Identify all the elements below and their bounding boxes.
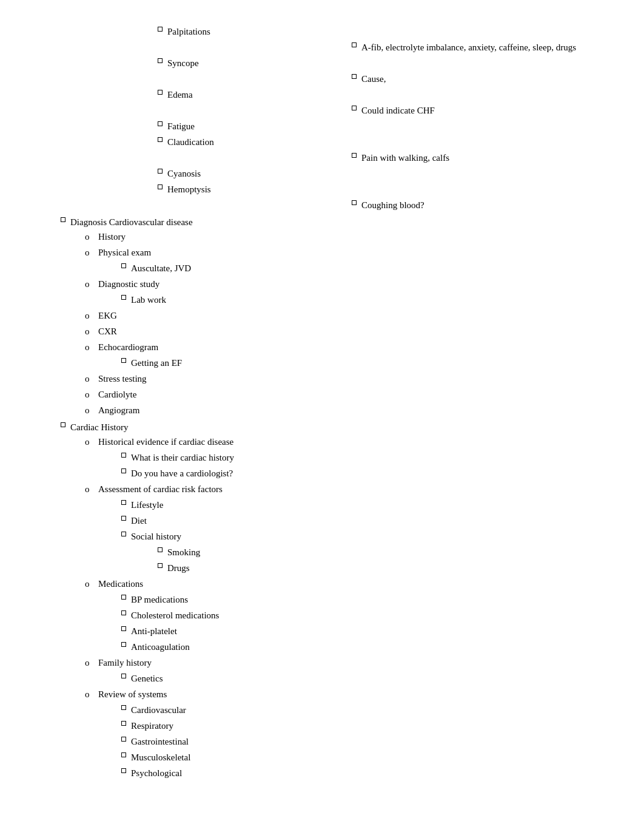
list-item: Cholesterol medications (121, 608, 608, 623)
bullet-icon (158, 137, 163, 142)
bullet-icon (61, 217, 65, 222)
item-text: Smoking (167, 545, 200, 559)
list-item: o Echocardiogram (85, 340, 608, 354)
list-item: o History (85, 229, 608, 244)
item-text: Anti-platelet (131, 624, 177, 638)
list-item: Syncope (158, 56, 608, 70)
bullet-icon (121, 500, 126, 505)
list-item: Could indicate CHF (158, 103, 608, 118)
list-item: Drugs (158, 561, 608, 575)
bullet-icon (352, 42, 357, 47)
bullet-icon (121, 263, 126, 268)
item-text: Cyanosis (167, 166, 201, 181)
item-text: Hemoptysis (167, 182, 211, 197)
o-bullet: o (85, 245, 98, 260)
item-text: Syncope (167, 56, 199, 70)
list-item: Diet (121, 513, 608, 528)
item-text: Assessment of cardiac risk factors (98, 482, 223, 496)
bullet-icon (121, 532, 126, 536)
sub-items: Getting an EF (85, 356, 608, 370)
list-item: Coughing blood? (158, 198, 608, 212)
list-item: Genetics (121, 671, 608, 686)
continuation-section: Palpitations A-fib, electrolyte imbalanc… (36, 24, 608, 212)
bullet-icon (158, 169, 163, 174)
list-item: Claudication (158, 135, 608, 149)
list-item: Smoking (158, 545, 608, 559)
list-item: o CXR (85, 324, 608, 339)
item-text: Cardiovascular (131, 703, 186, 717)
item-text: Auscultate, JVD (131, 261, 191, 276)
sub-items: Auscultate, JVD (85, 261, 608, 276)
list-item: Fatigue (158, 119, 608, 134)
bullet-icon (121, 358, 126, 363)
item-text: Diet (131, 513, 147, 528)
sub-items: Cardiovascular Respiratory Gastrointesti… (85, 703, 608, 780)
bullet-icon (121, 468, 126, 473)
o-bullet: o (85, 340, 98, 354)
o-bullet: o (85, 434, 98, 449)
item-text: Social history (131, 529, 181, 544)
bullet-icon (121, 453, 126, 458)
item-text: Historical evidence if cardiac disease (98, 434, 233, 449)
item-text: Claudication (167, 135, 214, 149)
item-text: Family history (98, 655, 152, 670)
list-item: Cardiovascular (121, 703, 608, 717)
list-item: Cardiac History (36, 420, 608, 434)
list-item: Auscultate, JVD (121, 261, 608, 276)
item-text: EKG (98, 308, 117, 323)
sub-items: Lifestyle Diet Social history Smoking (85, 498, 608, 575)
bullet-icon (158, 563, 163, 568)
o-bullet: o (85, 403, 98, 418)
item-text: Psychological (131, 766, 182, 780)
item-text: CXR (98, 324, 117, 339)
item-text: Diagnosis Cardiovascular disease (70, 215, 193, 229)
o-bullet: o (85, 371, 98, 386)
item-text: Respiratory (131, 718, 173, 733)
item-text: Getting an EF (131, 356, 182, 370)
item-text: History (98, 229, 126, 244)
list-item: Anticoagulation (121, 640, 608, 654)
list-item: Gastrointestinal (121, 734, 608, 749)
item-text: Medications (98, 576, 143, 591)
bullet-icon (158, 27, 163, 32)
list-item: Pain with walking, calfs (158, 150, 608, 165)
document-content: Palpitations A-fib, electrolyte imbalanc… (36, 24, 608, 780)
bullet-icon (121, 610, 126, 615)
sub-items: What is their cardiac history Do you hav… (85, 450, 608, 481)
item-text: What is their cardiac history (131, 450, 234, 465)
list-item: What is their cardiac history (121, 450, 608, 465)
o-bullet: o (85, 576, 98, 591)
list-item: Cause, (158, 72, 608, 86)
bullet-icon (158, 121, 163, 126)
bullet-icon (352, 74, 357, 79)
list-item: o Angiogram (85, 403, 608, 418)
list-item: Hemoptysis (158, 182, 608, 197)
bullet-icon (121, 705, 126, 710)
bullet-icon (352, 153, 357, 158)
sub-section: o Historical evidence if cardiac disease… (36, 434, 608, 780)
bullet-icon (121, 721, 126, 726)
item-text: Diagnostic study (98, 277, 159, 291)
bullet-icon (121, 674, 126, 678)
bullet-icon (158, 58, 163, 63)
o-bullet: o (85, 277, 98, 291)
bullet-icon (158, 547, 163, 552)
list-item: Lab work (121, 292, 608, 307)
item-text: Cause, (361, 72, 386, 86)
bullet-icon (121, 295, 126, 300)
bullet-icon (352, 106, 357, 110)
item-text: Lifestyle (131, 498, 163, 512)
list-item: Psychological (121, 766, 608, 780)
list-item: Do you have a cardiologist? (121, 466, 608, 481)
list-item: o Physical exam (85, 245, 608, 260)
list-item: o Diagnostic study (85, 277, 608, 291)
sub-section: o History o Physical exam Auscultate, JV… (36, 229, 608, 418)
o-bullet: o (85, 482, 98, 496)
list-item: o Family history (85, 655, 608, 670)
bullet-icon (121, 768, 126, 773)
bullet-icon (121, 626, 126, 631)
list-item: Palpitations (158, 24, 608, 39)
item-text: Cardiolyte (98, 387, 136, 402)
list-item: Lifestyle (121, 498, 608, 512)
item-text: Palpitations (167, 24, 210, 39)
